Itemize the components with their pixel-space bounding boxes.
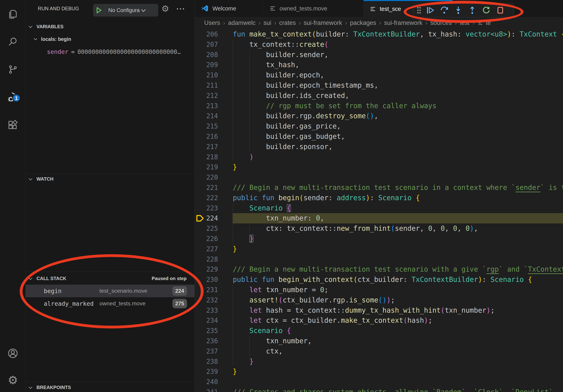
call-stack-frame-already-marked[interactable]: already_marked owned_tests.move 275 [26, 297, 194, 310]
continue-button[interactable] [423, 4, 437, 16]
line-number[interactable]: 232 [195, 295, 218, 305]
line-number[interactable]: 229 [195, 264, 218, 274]
line-number[interactable]: 223 [195, 203, 218, 213]
code-line-240[interactable]: 240 [195, 377, 563, 387]
line-number[interactable]: 206 [195, 29, 218, 39]
line-number[interactable]: 210 [195, 70, 218, 80]
code-line-236[interactable]: 236 txn_number, [195, 336, 563, 346]
code-line-214[interactable]: 214 builder.rgp.destroy_some(), [195, 111, 563, 121]
activity-item-run-and-debug[interactable]: 1 [0, 87, 26, 107]
activity-item-extensions[interactable] [0, 115, 26, 135]
step-into-button[interactable] [451, 4, 465, 16]
code-line-237[interactable]: 237 ctx, [195, 346, 563, 356]
watch-section-header[interactable]: WATCH [26, 174, 194, 183]
line-number[interactable]: 230 [195, 274, 218, 285]
code-line-221[interactable]: 221/// Begin a new multi-transaction tes… [195, 183, 563, 193]
line-number[interactable]: 236 [195, 336, 218, 346]
breadcrumb-item[interactable]: Users [204, 19, 220, 26]
code-line-233[interactable]: 233 let hash = tx_context::dummy_tx_hash… [195, 305, 563, 316]
line-number[interactable]: 228 [195, 254, 218, 264]
line-number[interactable]: 211 [195, 80, 218, 91]
code-line-217[interactable]: 217 builder.sponsor, [195, 142, 563, 152]
activity-item-search[interactable] [0, 32, 26, 52]
debug-config-label[interactable]: No Configura [105, 7, 142, 13]
code-line-215[interactable]: 215 builder.gas_price, [195, 121, 563, 131]
line-number[interactable]: 233 [195, 305, 218, 316]
code-editor[interactable]: 206fun make_tx_context(builder: TxContex… [195, 29, 563, 392]
variable-row-sender[interactable]: sender = 0000000000000000000000000000… [47, 47, 181, 57]
line-number[interactable]: 241 [195, 387, 218, 392]
line-number[interactable]: 240 [195, 377, 218, 387]
code-line-209[interactable]: 209 tx_hash, [195, 60, 563, 70]
code-line-241[interactable]: 241/// Creates and shares system objects… [195, 387, 563, 392]
code-line-231[interactable]: 231 let txn_number = 0; [195, 285, 563, 295]
line-number[interactable]: 218 [195, 152, 218, 162]
code-line-230[interactable]: 230public fun begin_with_context(ctx_bui… [195, 274, 563, 285]
tab-owned-tests-move[interactable]: owned_tests.move [263, 0, 364, 17]
code-line-232[interactable]: 232 assert!(ctx_builder.rgp.is_some()); [195, 295, 563, 305]
breakpoints-section-header[interactable]: BREAKPOINTS [26, 383, 194, 392]
breadcrumb-item[interactable]: crates [279, 19, 296, 26]
code-line-220[interactable]: 220 [195, 172, 563, 183]
line-number[interactable]: 213 [195, 101, 218, 111]
activity-item-accounts[interactable] [0, 343, 26, 363]
code-line-219[interactable]: 219} [195, 162, 563, 172]
code-line-227[interactable]: 227} [195, 244, 563, 254]
code-line-238[interactable]: 238 } [195, 356, 563, 367]
breadcrumb-item[interactable]: adamwelc [228, 19, 256, 26]
line-number[interactable]: 217 [195, 142, 218, 152]
code-line-211[interactable]: 211 builder.epoch_timestamp_ms, [195, 80, 563, 91]
line-number[interactable]: 227 [195, 244, 218, 254]
line-number[interactable]: 215 [195, 121, 218, 131]
line-number[interactable]: 234 [195, 315, 218, 326]
code-line-213[interactable]: 213 // rgp must be set from the caller a… [195, 101, 563, 111]
variables-scope-row[interactable]: locals: begin [26, 34, 194, 44]
line-number[interactable]: 239 [195, 366, 218, 377]
line-number[interactable]: 225 [195, 223, 218, 234]
line-number[interactable]: 238 [195, 356, 218, 367]
line-number[interactable]: 214 [195, 111, 218, 121]
more-actions-icon[interactable]: ⋯ [176, 0, 185, 17]
code-line-208[interactable]: 208 builder.sender, [195, 50, 563, 60]
tab-welcome[interactable]: Welcome [195, 0, 263, 17]
activity-item-explorer[interactable] [0, 4, 26, 24]
code-line-212[interactable]: 212 builder.ids_created, [195, 91, 563, 101]
line-number[interactable]: 237 [195, 346, 218, 356]
breadcrumb-item[interactable]: sui [264, 19, 271, 26]
code-line-239[interactable]: 239} [195, 366, 563, 377]
breadcrumb-file[interactable]: te [477, 19, 491, 26]
code-line-216[interactable]: 216 builder.gas_budget, [195, 131, 563, 142]
breadcrumb-item[interactable]: sources [430, 19, 452, 26]
breadcrumb-item[interactable]: test [460, 19, 470, 26]
stop-button[interactable] [493, 4, 507, 16]
code-line-225[interactable]: 225 ctx: tx_context::new_from_hint(sende… [195, 223, 563, 234]
step-out-button[interactable] [465, 4, 479, 16]
line-number[interactable]: 216 [195, 131, 218, 142]
code-line-228[interactable]: 228 [195, 254, 563, 264]
variables-section-header[interactable]: VARIABLES [26, 22, 194, 31]
breadcrumb-item[interactable]: sui-framework [384, 19, 422, 26]
line-number[interactable]: 219 [195, 162, 218, 172]
line-number[interactable]: 207 [195, 39, 218, 50]
line-number[interactable]: 209 [195, 60, 218, 70]
restart-button[interactable] [479, 4, 493, 16]
breadcrumb-item[interactable]: sui-framework [304, 19, 342, 26]
line-number[interactable]: 221 [195, 183, 218, 193]
code-line-226[interactable]: 226 } [195, 234, 563, 244]
line-number[interactable]: 222 [195, 193, 218, 203]
code-line-234[interactable]: 234 let ctx = ctx_builder.make_tx_contex… [195, 315, 563, 326]
debug-settings-gear-icon[interactable]: ⚙ [161, 0, 169, 17]
line-number[interactable]: 212 [195, 91, 218, 101]
code-line-206[interactable]: 206fun make_tx_context(builder: TxContex… [195, 29, 563, 39]
start-debug-play-icon[interactable] [93, 6, 105, 15]
code-line-210[interactable]: 210 builder.epoch, [195, 70, 563, 80]
line-number[interactable]: 220 [195, 172, 218, 183]
call-stack-frame-begin[interactable]: begin test_scenario.move 224 [26, 285, 194, 297]
code-line-224[interactable]: 224 txn_number: 0, [195, 213, 563, 223]
code-line-222[interactable]: 222public fun begin(sender: address): Sc… [195, 193, 563, 203]
step-over-button[interactable] [437, 4, 451, 16]
code-line-218[interactable]: 218 ) [195, 152, 563, 162]
start-debug-dropdown[interactable]: No Configura [93, 4, 158, 17]
activity-item-settings[interactable]: ⚙ [0, 370, 26, 390]
line-number[interactable]: 231 [195, 285, 218, 295]
